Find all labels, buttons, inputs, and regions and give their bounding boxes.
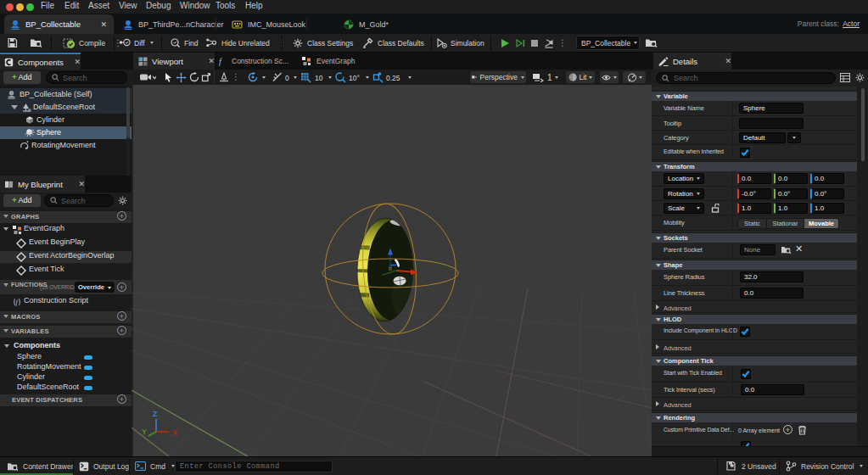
- svg-text:f: f: [16, 299, 19, 306]
- svg-text:Z: Z: [153, 410, 158, 418]
- svg-text:X: X: [172, 428, 177, 437]
- svg-text:f: f: [219, 57, 222, 66]
- svg-text:Y: Y: [142, 428, 147, 436]
